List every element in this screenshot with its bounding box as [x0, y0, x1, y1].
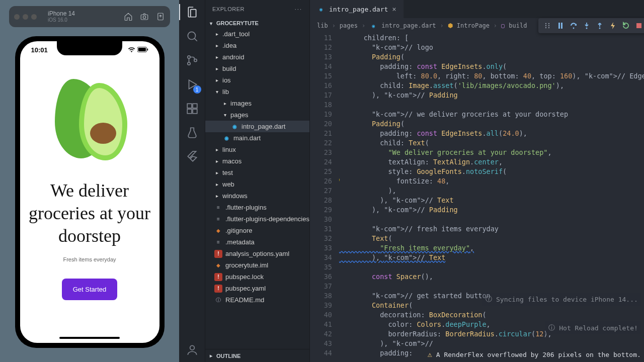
chevron-right-icon: ▸: [214, 182, 219, 187]
tree-item-label: pubspec.lock: [225, 273, 264, 281]
explorer-sidebar: EXPLORER ··· ▾ GROCERYTUTE ▸.dart_tool▸.…: [205, 0, 310, 362]
tree-item-pubspec-yaml[interactable]: !pubspec.yaml: [205, 283, 309, 294]
phone-screen[interactable]: 10:01: [20, 41, 159, 343]
tree-item-grocerytute-iml[interactable]: ◆grocerytute.iml: [205, 259, 309, 271]
crumb-method[interactable]: build: [509, 22, 527, 29]
tree-item--idea[interactable]: ▸.idea: [205, 40, 309, 51]
tree-item-test[interactable]: ▸test: [205, 167, 309, 178]
tree-item-macos[interactable]: ▸macos: [205, 155, 309, 167]
tree-item-ios[interactable]: ▸ios: [205, 74, 309, 86]
tree-item-pages[interactable]: ▾pages: [205, 109, 309, 121]
chevron-right-icon: ▸: [214, 66, 219, 71]
svg-point-10: [194, 59, 196, 61]
get-started-button[interactable]: Get Started: [62, 279, 117, 300]
tree-item-windows[interactable]: ▸windows: [205, 190, 309, 202]
tree-item-label: README.md: [225, 296, 264, 304]
outline-header[interactable]: ▸ OUTLINE: [205, 349, 309, 362]
chevron-right-icon: ▸: [214, 193, 219, 199]
step-out-icon[interactable]: [596, 22, 604, 30]
close-dot[interactable]: [14, 14, 20, 20]
home-icon[interactable]: [124, 12, 133, 21]
explorer-more-icon[interactable]: ···: [295, 6, 302, 12]
tree-item-build[interactable]: ▸build: [205, 63, 309, 74]
tree-item-analysis-options-yaml[interactable]: !analysis_options.yaml: [205, 248, 309, 259]
tab-intro-page[interactable]: ◉ intro_page.dart ×: [310, 0, 404, 18]
tree-item-label: build: [222, 65, 236, 72]
tree-item-label: main.dart: [233, 134, 261, 142]
info-icon: ⓘ: [548, 323, 555, 332]
file-icon: ≡: [214, 215, 222, 223]
file-icon: ◆: [214, 227, 222, 235]
tree-item-main-dart[interactable]: ◉main.dart: [205, 132, 309, 144]
activity-run-debug[interactable]: 1: [179, 72, 205, 97]
tree-item-label: test: [222, 169, 233, 176]
drag-handle-icon[interactable]: [543, 22, 551, 30]
activity-explorer[interactable]: [179, 0, 205, 24]
activity-search[interactable]: [179, 24, 205, 48]
minimize-dot[interactable]: [23, 14, 28, 20]
lightbulb-icon[interactable]: 💡: [339, 176, 341, 186]
activity-extensions[interactable]: [179, 97, 205, 121]
syncing-toast: ⓘ Syncing files to device iPhone 14...: [482, 293, 641, 306]
svg-rect-5: [147, 48, 148, 50]
home-indicator[interactable]: [59, 337, 120, 339]
tree-item-web[interactable]: ▸web: [205, 178, 309, 190]
crumb-class[interactable]: IntroPage: [457, 22, 490, 29]
step-into-icon[interactable]: [583, 22, 591, 30]
tree-item--metadata[interactable]: ≡.metadata: [205, 236, 309, 248]
tree-item--flutter-plugins[interactable]: ≡.flutter-plugins: [205, 202, 309, 213]
export-icon[interactable]: [156, 12, 165, 21]
device-os: iOS 16.0: [48, 17, 120, 23]
screenshot-icon[interactable]: [140, 12, 149, 21]
tree-item-readme-md[interactable]: ⓘREADME.md: [205, 294, 309, 306]
tree-item-images[interactable]: ▸images: [205, 98, 309, 109]
project-header[interactable]: ▾ GROCERYTUTE: [205, 18, 309, 28]
tree-item--dart-tool[interactable]: ▸.dart_tool: [205, 28, 309, 40]
tree-item--gitignore[interactable]: ◆.gitignore: [205, 225, 309, 236]
crumb-file[interactable]: intro_page.dart: [381, 22, 436, 29]
svg-point-20: [545, 27, 546, 28]
activity-source-control[interactable]: [179, 48, 205, 72]
zoom-dot[interactable]: [31, 14, 37, 20]
activity-bar: 1: [179, 0, 205, 362]
activity-accounts[interactable]: [179, 338, 205, 362]
outline-title: OUTLINE: [216, 353, 240, 359]
tree-item--flutter-plugins-dependencies[interactable]: ≡.flutter-plugins-dependencies: [205, 213, 309, 225]
pause-icon[interactable]: [556, 22, 565, 30]
window-traffic-lights[interactable]: [14, 14, 37, 20]
tree-item-label: .flutter-plugins: [225, 204, 267, 211]
yaml-icon: !: [214, 285, 222, 293]
restart-icon[interactable]: [622, 22, 630, 30]
crumb-pages[interactable]: pages: [340, 22, 358, 29]
tree-item-pubspec-lock[interactable]: !pubspec.lock: [205, 271, 309, 283]
svg-point-19: [548, 25, 549, 26]
svg-point-26: [599, 28, 600, 29]
tree-item-label: grocerytute.iml: [225, 261, 268, 269]
overflow-warning: ⚠ A RenderFlex overflowed by 206 pixels …: [428, 350, 641, 359]
phone-frame: 10:01: [15, 36, 165, 348]
step-over-icon[interactable]: [570, 22, 578, 30]
svg-point-15: [190, 345, 194, 350]
tree-item-label: .metadata: [225, 238, 255, 246]
stop-icon[interactable]: [635, 22, 643, 30]
svg-point-18: [545, 25, 546, 26]
tree-item-lib[interactable]: ▾lib: [205, 86, 309, 98]
dart-icon: ◉: [222, 134, 230, 142]
svg-point-6: [90, 123, 116, 144]
tree-item-linux[interactable]: ▸linux: [205, 144, 309, 155]
tree-item-intro-page-dart[interactable]: ◉intro_page.dart: [205, 121, 309, 132]
file-tree[interactable]: ▸.dart_tool▸.idea▸android▸build▸ios▾lib▸…: [205, 28, 309, 349]
tree-item-label: pubspec.yaml: [225, 285, 266, 292]
activity-testing[interactable]: [179, 121, 205, 145]
tree-item-android[interactable]: ▸android: [205, 51, 309, 63]
activity-flutter[interactable]: [179, 145, 205, 169]
chevron-right-icon: ▸: [214, 31, 219, 37]
code-content[interactable]: children: [ "k-com">// logo Padding( pad…: [339, 33, 644, 362]
hot-reload-icon[interactable]: [609, 22, 617, 30]
close-icon[interactable]: ×: [392, 5, 396, 13]
crumb-lib[interactable]: lib: [317, 22, 328, 29]
code-editor[interactable]: 1112131415161718192021222324252627282930…: [310, 33, 644, 362]
chevron-right-icon: ▸: [214, 158, 219, 164]
svg-point-9: [187, 62, 190, 65]
tree-item-label: windows: [222, 192, 248, 200]
